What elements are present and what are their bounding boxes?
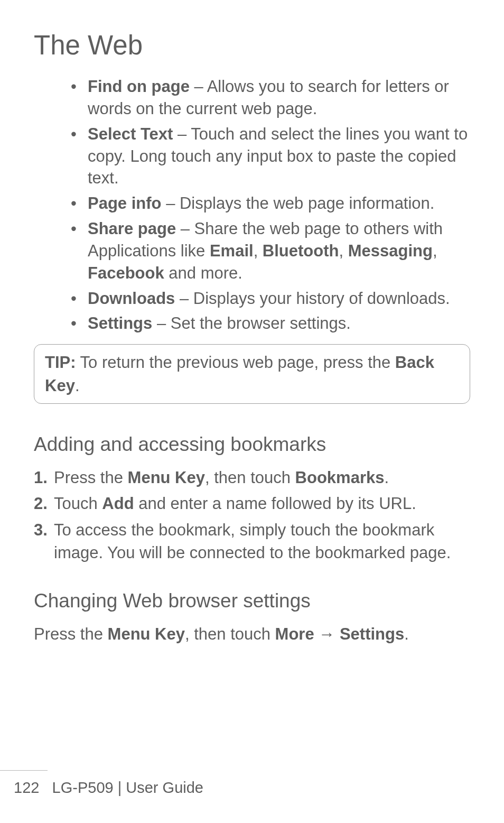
bookmarks-button: Bookmarks (295, 468, 385, 487)
term: Select Text (88, 125, 173, 143)
desc: – Displays the web page information. (162, 194, 435, 212)
desc: – Displays your history of downloads. (175, 289, 450, 308)
tip-label: TIP: (45, 353, 76, 372)
arrow-icon: → (314, 625, 340, 643)
app-bluetooth: Bluetooth (263, 242, 339, 260)
settings-instruction: Press the Menu Key, then touch More → Se… (34, 623, 470, 645)
page-title: The Web (34, 30, 470, 61)
desc: – Set the browser settings. (152, 314, 351, 332)
step-number: 2. (34, 492, 48, 515)
model-number: LG-P509 (52, 779, 114, 796)
settings-button: Settings (340, 625, 404, 643)
page-number: 122 (14, 779, 39, 796)
app-facebook: Facebook (88, 264, 164, 282)
section-heading: Changing Web browser settings (34, 590, 470, 612)
footer-rule (0, 770, 48, 771)
section-settings: Changing Web browser settings Press the … (34, 590, 470, 645)
app-email: Email (210, 242, 254, 260)
section-heading: Adding and accessing bookmarks (34, 433, 470, 456)
list-item: Page info – Displays the web page inform… (71, 192, 470, 215)
list-item: Select Text – Touch and select the lines… (71, 123, 470, 190)
term: Share page (88, 219, 176, 238)
add-button: Add (102, 494, 134, 513)
step-3: 3.To access the bookmark, simply touch t… (34, 519, 470, 565)
more-button: More (275, 625, 314, 643)
footer-separator: | (114, 779, 126, 796)
step-1: 1. Press the Menu Key, then touch Bookma… (34, 466, 470, 489)
term: Find on page (88, 77, 190, 96)
steps-list: 1. Press the Menu Key, then touch Bookma… (34, 466, 470, 565)
list-item-share: Share page – Share the web page to other… (71, 218, 470, 284)
step-number: 1. (34, 466, 48, 489)
list-item: Find on page – Allows you to search for … (71, 76, 470, 120)
options-list: Find on page – Allows you to search for … (34, 76, 470, 335)
term: Settings (88, 314, 152, 332)
menu-key: Menu Key (128, 468, 205, 487)
menu-key: Menu Key (108, 625, 185, 643)
step-number: 3. (34, 519, 48, 541)
list-item: Settings – Set the browser settings. (71, 312, 470, 335)
app-messaging: Messaging (348, 242, 433, 260)
term: Page info (88, 194, 162, 212)
manual-page: The Web Find on page – Allows you to sea… (0, 0, 504, 823)
page-footer: 122 LG-P509 | User Guide (0, 770, 504, 797)
term: Downloads (88, 289, 175, 308)
tip-callout: TIP: To return the previous web page, pr… (34, 344, 470, 404)
footer-text: 122 LG-P509 | User Guide (0, 779, 504, 797)
guide-label: User Guide (126, 779, 203, 796)
tip-text: TIP: To return the previous web page, pr… (45, 351, 459, 397)
step-2: 2.Touch Add and enter a name followed by… (34, 492, 470, 515)
list-item: Downloads – Displays your history of dow… (71, 288, 470, 310)
section-bookmarks: Adding and accessing bookmarks 1. Press … (34, 433, 470, 565)
